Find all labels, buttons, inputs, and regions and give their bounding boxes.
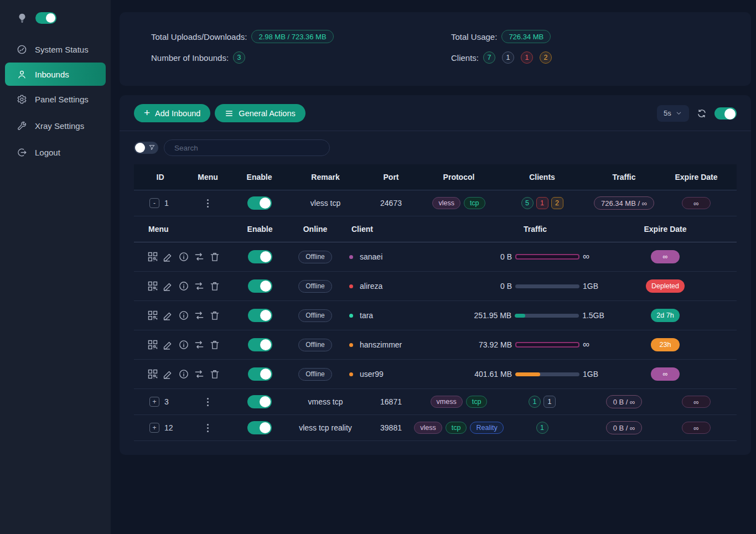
inbound-enable-toggle[interactable] (247, 196, 272, 210)
toolbar: + Add Inbound General Actions 5s (120, 95, 751, 131)
edit-icon[interactable] (163, 281, 174, 292)
qr-code-icon[interactable] (147, 281, 158, 292)
col-header-client: Client (336, 225, 444, 234)
refresh-interval-select[interactable]: 5s (657, 105, 689, 122)
add-inbound-button[interactable]: + Add Inbound (134, 104, 210, 122)
edit-icon[interactable] (163, 339, 174, 350)
theme-toggle[interactable] (35, 12, 56, 24)
clients-count-badge: 2 (540, 51, 552, 64)
user-icon (17, 69, 27, 80)
delete-icon[interactable] (209, 369, 220, 380)
collapse-row-button[interactable]: - (149, 198, 159, 208)
traffic-badge: 0 B / ∞ (606, 395, 643, 408)
traffic-cap: 1GB (583, 370, 604, 379)
sidebar-item-label: Panel Settings (35, 95, 89, 104)
traffic-used: 0 B (467, 282, 512, 291)
protocol-badge: tcp (466, 396, 488, 408)
total-uploads-downloads-label: Total Uploads/Downloads: (151, 32, 247, 42)
traffic-used: 0 B (467, 252, 512, 261)
gear-icon (17, 94, 27, 105)
inbound-remark: vless tcp reality (289, 423, 361, 432)
edit-icon[interactable] (163, 310, 174, 321)
edit-icon[interactable] (163, 251, 174, 262)
auto-refresh-toggle[interactable] (714, 107, 737, 120)
client-enable-toggle[interactable] (248, 279, 272, 293)
inbound-port: 39881 (361, 423, 421, 432)
reset-traffic-icon[interactable] (194, 281, 205, 292)
client-expire-badge: 23h (651, 338, 680, 351)
client-enable-toggle[interactable] (248, 367, 272, 381)
delete-icon[interactable] (209, 281, 220, 292)
qr-code-icon[interactable] (147, 310, 158, 321)
client-enable-toggle[interactable] (248, 338, 272, 351)
row-menu-button[interactable] (205, 197, 211, 210)
number-of-inbounds-label: Number of Inbounds: (151, 53, 229, 63)
delete-icon[interactable] (209, 251, 220, 262)
reset-traffic-icon[interactable] (194, 339, 205, 350)
clients-count-badge: 7 (483, 51, 495, 64)
protocol-badge: vless (432, 197, 460, 209)
client-table-header-row: Menu Enable Online Client Traffic Expire… (134, 216, 737, 242)
row-menu-button[interactable] (205, 422, 211, 434)
expire-badge: ∞ (682, 422, 711, 434)
expand-row-button[interactable]: + (149, 423, 159, 433)
info-icon[interactable] (178, 251, 189, 262)
client-enable-toggle[interactable] (248, 250, 272, 263)
inbound-enable-toggle[interactable] (247, 421, 272, 434)
expire-badge: ∞ (682, 197, 711, 209)
reset-traffic-icon[interactable] (194, 369, 205, 380)
total-uploads-downloads-value: 2.98 MB / 723.36 MB (251, 30, 333, 43)
client-count-badge: 2 (551, 197, 563, 209)
traffic-progress-bar (515, 314, 579, 318)
row-menu-button[interactable] (205, 396, 211, 408)
main-content: Total Uploads/Downloads: 2.98 MB / 723.3… (111, 0, 756, 534)
client-subtable: Menu Enable Online Client Traffic Expire… (134, 216, 737, 389)
traffic-badge: 726.34 MB / ∞ (594, 196, 654, 210)
info-icon[interactable] (178, 310, 189, 321)
sidebar-item-logout[interactable]: Logout (0, 139, 111, 165)
client-enable-toggle[interactable] (248, 309, 272, 322)
total-usage-label: Total Usage: (451, 32, 497, 42)
sidebar-item-label: Xray Settings (35, 121, 84, 131)
col-header-clients: Clients (497, 173, 587, 182)
sidebar-item-xray-settings[interactable]: Xray Settings (0, 112, 111, 139)
info-icon[interactable] (178, 281, 189, 292)
traffic-cap: ∞ (583, 251, 604, 262)
expire-badge: ∞ (682, 396, 711, 408)
qr-code-icon[interactable] (147, 369, 158, 380)
inbound-id: 1 (164, 199, 169, 208)
expand-row-button[interactable]: + (149, 397, 159, 407)
traffic-used: 73.92 MB (467, 340, 512, 349)
info-icon[interactable] (178, 369, 189, 380)
col-header-menu: Menu (187, 173, 229, 182)
online-status-badge: Offline (298, 339, 332, 351)
client-expire-badge: 2d 7h (651, 309, 680, 322)
delete-icon[interactable] (209, 339, 220, 350)
client-name: alireza (360, 282, 382, 291)
filter-toggle[interactable] (134, 142, 158, 154)
col-header-expire-date: Expire Date (626, 225, 732, 234)
reset-traffic-icon[interactable] (194, 310, 205, 321)
reset-traffic-icon[interactable] (194, 251, 205, 262)
qr-code-icon[interactable] (147, 251, 158, 262)
inbound-remark: vmess tcp (289, 397, 361, 406)
refresh-icon[interactable] (697, 108, 707, 118)
delete-icon[interactable] (209, 310, 220, 321)
protocol-badge: tcp (446, 422, 467, 434)
client-color-dot (349, 314, 353, 318)
traffic-cap: 1GB (583, 282, 604, 291)
client-count-badge: 1 (543, 396, 556, 408)
search-input[interactable] (164, 139, 330, 156)
qr-code-icon[interactable] (147, 339, 158, 350)
sidebar-item-panel-settings[interactable]: Panel Settings (0, 86, 111, 112)
inbound-enable-toggle[interactable] (247, 395, 272, 408)
edit-icon[interactable] (163, 369, 174, 380)
inbound-id: 3 (164, 397, 169, 406)
sidebar-item-inbounds[interactable]: Inbounds (5, 63, 106, 86)
general-actions-button[interactable]: General Actions (215, 104, 305, 122)
col-header-traffic: Traffic (444, 225, 626, 234)
info-icon[interactable] (178, 339, 189, 350)
sidebar-item-system-status[interactable]: System Status (0, 36, 111, 63)
sidebar-item-label: System Status (35, 45, 89, 54)
client-name: sanaei (360, 252, 382, 261)
